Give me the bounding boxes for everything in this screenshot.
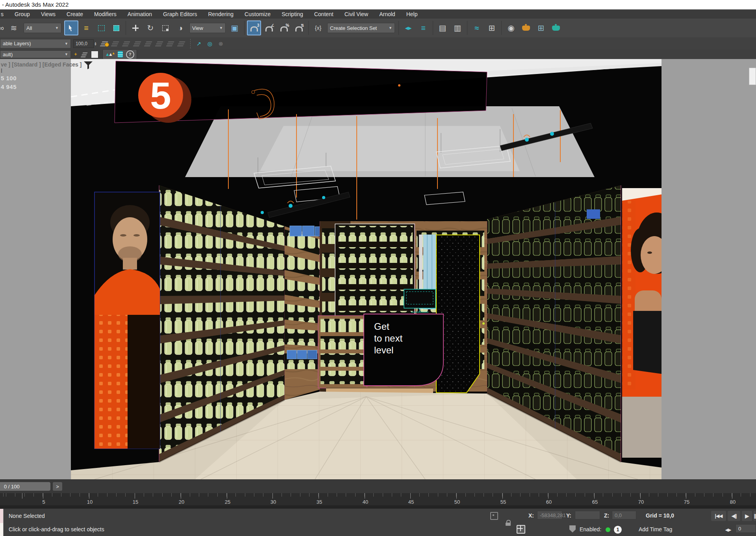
- prompt-line: Click or click-and-drag to select object…: [9, 526, 104, 532]
- schematic-view-button[interactable]: ⊞: [485, 20, 499, 35]
- color-swatch[interactable]: [90, 50, 99, 58]
- selection-filter-dropdown[interactable]: All▼: [24, 23, 61, 33]
- select-and-move-button[interactable]: [128, 20, 143, 35]
- select-and-manipulate-button[interactable]: ◑: [173, 20, 187, 35]
- pivot-target-button[interactable]: ◎: [205, 39, 215, 48]
- mirror-button[interactable]: ◀▶: [401, 20, 415, 35]
- document-icon[interactable]: [118, 51, 123, 57]
- blue-sign: [587, 209, 600, 219]
- menu-help[interactable]: Help: [401, 10, 423, 18]
- time-slider[interactable]: 0 / 100: [0, 482, 50, 491]
- viewport-label[interactable]: ve ] [Standard ] [Edged Faces ]: [1, 61, 82, 68]
- menu-group[interactable]: Group: [9, 10, 35, 18]
- create-new-layer-button[interactable]: [111, 39, 121, 48]
- spinner-snap-toggle[interactable]: ⇅: [292, 20, 306, 35]
- toggle-layer-explorer-button[interactable]: ▥: [450, 20, 465, 35]
- y-coordinate-field[interactable]: [575, 511, 600, 519]
- use-pivot-point-center-button[interactable]: ▣: [228, 20, 242, 35]
- maxscript-mini-listener[interactable]: [0, 509, 4, 536]
- spinner-arrows[interactable]: ▲▼: [94, 39, 97, 48]
- populate-trees-icon[interactable]: ▲: [112, 52, 115, 55]
- select-object-button[interactable]: [64, 20, 78, 35]
- named-selection-set-dropdown[interactable]: Create Selection Set▼: [327, 23, 395, 33]
- select-and-scale-button[interactable]: [158, 20, 172, 35]
- absolute-mode-icon[interactable]: [517, 525, 525, 534]
- left-viewport-partial[interactable]: [0, 59, 71, 479]
- percent-snap-toggle[interactable]: %: [277, 20, 291, 35]
- adaptive-degradation-shield-icon[interactable]: [569, 525, 576, 532]
- render-setup-button[interactable]: [519, 20, 533, 35]
- viewcube-partial[interactable]: [749, 68, 756, 85]
- menu-modifiers[interactable]: Modifiers: [89, 10, 122, 18]
- hanging-point: [398, 84, 400, 87]
- isolate-spheres-button[interactable]: ⊗: [216, 39, 226, 48]
- layer-opacity-field[interactable]: 100,0: [73, 39, 94, 48]
- menu-tools-partial[interactable]: s: [0, 10, 9, 18]
- filter-funnel-icon[interactable]: [83, 61, 93, 70]
- layers-toolbar: able Layers)▼ 100,0 ▲▼ ↗ ◎ ⊗: [0, 37, 756, 50]
- z-coordinate-field[interactable]: 0,0: [612, 511, 636, 519]
- select-cursor-icon: [69, 25, 74, 31]
- x-coordinate-field[interactable]: -58348,281: [537, 511, 562, 519]
- rendered-frame-window-button[interactable]: ⊞: [534, 20, 548, 35]
- right-viewport-partial[interactable]: [662, 59, 756, 479]
- next-frame-step-button[interactable]: >: [53, 482, 62, 491]
- menu-create[interactable]: Create: [61, 10, 89, 18]
- menu-rendering[interactable]: Rendering: [202, 10, 239, 18]
- magnet-icon: 3: [250, 26, 258, 31]
- toggle-scene-explorer-button[interactable]: ▤: [435, 20, 450, 35]
- select-by-name-button[interactable]: ≡: [79, 20, 93, 35]
- angle-snap-toggle[interactable]: ∠: [262, 20, 276, 35]
- align-button[interactable]: ≡: [416, 20, 430, 35]
- key-mode-toggle[interactable]: ◀▶: [722, 525, 734, 535]
- perspective-viewport[interactable]: 5: [71, 59, 662, 479]
- menu-arnold[interactable]: Arnold: [374, 10, 400, 18]
- reference-coordinate-dropdown[interactable]: View▼: [189, 23, 226, 33]
- delete-layer-button[interactable]: [122, 39, 132, 48]
- enabled-count-badge[interactable]: 1: [613, 525, 622, 534]
- help-icon[interactable]: ?: [126, 50, 134, 59]
- layer-list-dropdown[interactable]: able Layers)▼: [0, 39, 71, 48]
- rectangular-selection-region-button[interactable]: [94, 20, 108, 35]
- paste-position-button[interactable]: ↗: [194, 39, 204, 48]
- isolate-selection-icon[interactable]: [490, 512, 498, 520]
- select-and-link-icon[interactable]: ∞: [0, 20, 6, 35]
- play-button[interactable]: ▶: [742, 511, 752, 521]
- menu-graph-editors[interactable]: Graph Editors: [158, 10, 202, 18]
- add-selection-to-layer-button[interactable]: [133, 39, 143, 48]
- set-current-layer-button[interactable]: [155, 39, 165, 48]
- freeze-layer-button[interactable]: [177, 39, 187, 48]
- track-bar: 0 / 100 >: [0, 479, 756, 493]
- menu-scripting[interactable]: Scripting: [276, 10, 308, 18]
- timeline-label: 40: [360, 499, 371, 505]
- bind-to-space-warp-icon[interactable]: ≋: [7, 20, 21, 35]
- selection-lock-icon[interactable]: [506, 520, 511, 526]
- timeline-label: 5: [38, 499, 49, 505]
- go-to-start-button[interactable]: |◀◀: [711, 511, 726, 521]
- material-editor-button[interactable]: ◉: [504, 20, 518, 35]
- window-crossing-toggle[interactable]: [109, 20, 123, 35]
- add-time-tag[interactable]: Add Time Tag: [639, 526, 672, 532]
- edit-named-selection-sets-button[interactable]: {x}: [311, 20, 325, 35]
- render-production-button[interactable]: [549, 20, 563, 35]
- hide-layer-button[interactable]: [166, 39, 176, 48]
- select-and-rotate-button[interactable]: ↻: [143, 20, 158, 35]
- add-selected-to-layer-button[interactable]: +: [71, 50, 80, 58]
- timeline-ruler[interactable]: 5 10 15 20 25 30 35 40 45 50 55 60 65 70…: [0, 493, 756, 508]
- curve-editor-button[interactable]: ≈: [470, 20, 484, 35]
- menu-content[interactable]: Content: [309, 10, 339, 18]
- main-toolbar: ∞ ≋ All▼ ≡ ↻ ◑ View▼ ▣ 3 ∠ % ⇅ {x} Creat…: [0, 18, 756, 37]
- scene-left-poster: [94, 192, 160, 449]
- next-frame-button[interactable]: ||: [754, 511, 756, 521]
- menu-civil-view[interactable]: Civil View: [339, 10, 374, 18]
- snaps-toggle-button[interactable]: 3: [247, 20, 261, 35]
- manage-layers-button[interactable]: [100, 39, 110, 48]
- current-frame-field[interactable]: 0: [736, 524, 756, 533]
- preset-dropdown[interactable]: ault)▼: [0, 50, 71, 58]
- select-objects-in-layer-button[interactable]: [144, 39, 154, 48]
- layer-stack-button[interactable]: [81, 50, 89, 58]
- menu-views[interactable]: Views: [35, 10, 61, 18]
- menu-animation[interactable]: Animation: [122, 10, 158, 18]
- previous-frame-button[interactable]: ◀||: [728, 511, 740, 521]
- menu-customize[interactable]: Customize: [239, 10, 276, 18]
